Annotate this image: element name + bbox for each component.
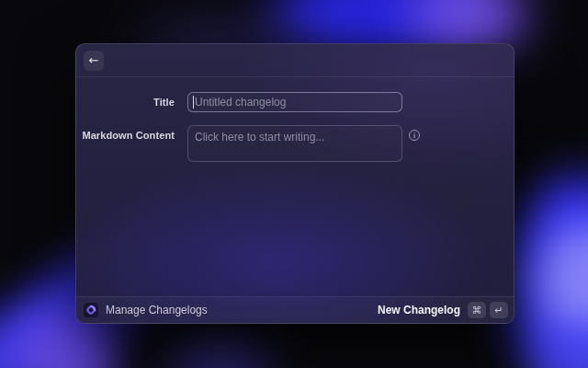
new-changelog-action[interactable]: New Changelog (378, 304, 460, 316)
form-content: Title Markdown Content i (76, 77, 514, 296)
command-key-icon[interactable]: ⌘ (468, 302, 486, 318)
return-key-icon[interactable]: ↵ (490, 302, 508, 318)
footer-action-bar: Manage Changelogs New Changelog ⌘ ↵ (76, 296, 514, 323)
screen: ← Title Markdown Content i (0, 0, 588, 368)
markdown-content-label: Markdown Content (76, 125, 175, 141)
title-label: Title (76, 92, 175, 112)
title-input-wrap (187, 92, 402, 112)
text-caret (193, 96, 194, 109)
footer-right: New Changelog ⌘ ↵ (378, 302, 508, 318)
info-icon[interactable]: i (409, 130, 420, 141)
markdown-input-wrap (187, 125, 402, 166)
wallpaper-blob-bottom-dim (167, 339, 273, 368)
footer-left: Manage Changelogs (84, 303, 208, 317)
changelog-form-window: ← Title Markdown Content i (75, 43, 514, 324)
footer-app-name: Manage Changelogs (106, 304, 208, 316)
shortcut-keys: ⌘ ↵ (468, 302, 508, 318)
changelog-app-icon (84, 303, 98, 317)
title-input[interactable] (187, 92, 402, 112)
markdown-form-row: Markdown Content i (76, 125, 514, 166)
title-form-row: Title (76, 92, 514, 112)
markdown-content-input[interactable] (187, 125, 402, 162)
back-button[interactable]: ← (84, 51, 104, 71)
window-header: ← (76, 44, 514, 77)
back-arrow-icon: ← (89, 51, 99, 71)
